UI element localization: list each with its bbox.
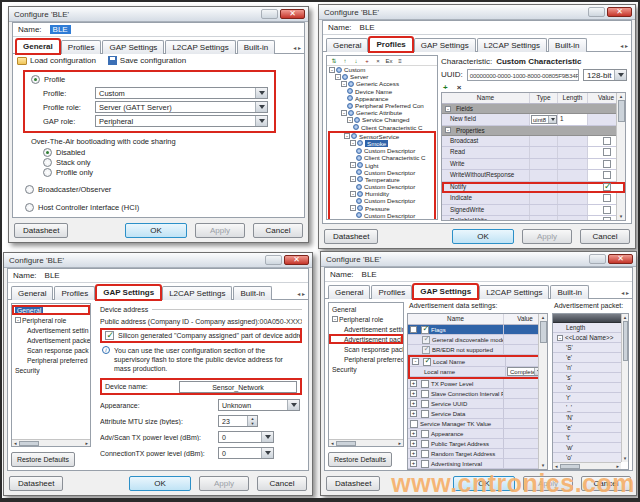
property-row[interactable]: Read [442, 147, 625, 159]
packet-row[interactable]: 'o' [553, 383, 621, 393]
packet-v-scrollbar[interactable]: ▴▾ [621, 314, 628, 462]
properties-group-row[interactable]: Properties [442, 126, 625, 136]
tab-general[interactable]: General [16, 39, 60, 54]
tree-item[interactable]: Custom Descriptor [330, 197, 434, 204]
uuid-field[interactable]: 00000000-0000-1000-8000-00805F9B34FB [467, 69, 579, 81]
adv-row[interactable]: Appearance [408, 429, 547, 439]
delete-field-icon[interactable]: × [457, 83, 462, 92]
window-close-icon[interactable] [608, 254, 633, 264]
cancel-button[interactable]: Cancel [253, 223, 303, 238]
ota-profile-only-radio[interactable] [43, 168, 52, 177]
expander-icon[interactable] [410, 400, 417, 407]
move-up-icon[interactable]: ↑ [340, 57, 350, 65]
adv-checkbox[interactable] [422, 336, 430, 344]
table-scrollbar[interactable]: ▴▾ [616, 93, 625, 220]
tree-item[interactable]: SensorService [330, 133, 434, 140]
gap-tree-item[interactable]: Security [329, 364, 403, 374]
adv-checkbox[interactable] [421, 326, 429, 334]
titlebar[interactable]: Configure 'BLE' [321, 252, 636, 267]
tree-item[interactable]: Generic Access [327, 80, 437, 87]
expander-icon[interactable] [350, 191, 356, 197]
tab-scroll-icons[interactable] [621, 289, 629, 299]
packet-row[interactable]: Length [553, 323, 621, 333]
packet-row[interactable]: 's' [553, 373, 621, 383]
window-help-icon[interactable] [261, 9, 278, 19]
gap-tree-item[interactable]: Peripheral preferred [329, 354, 403, 364]
tree-item[interactable]: Peripheral Preferred Con [327, 102, 437, 109]
property-checkbox[interactable] [603, 160, 611, 168]
name-value[interactable]: BLE [362, 270, 377, 279]
tree-item[interactable]: Custom Descriptor [330, 169, 434, 176]
gap-tree-item[interactable]: Peripheral role [329, 314, 403, 324]
save-configuration-button[interactable]: Save configuration [108, 56, 186, 65]
packet-row[interactable]: 'n' [553, 363, 621, 373]
expander-icon[interactable] [410, 430, 417, 437]
tab-scroll-icons[interactable] [293, 44, 301, 54]
gap-tree-item[interactable]: Scan response pack [12, 345, 90, 355]
adv-row[interactable]: Slave Connection Interval Range [408, 389, 547, 399]
property-row[interactable]: Broadcast [442, 136, 625, 148]
property-checkbox[interactable] [603, 183, 611, 191]
adv-row[interactable]: Service UUID [408, 399, 547, 409]
export-icon[interactable]: Ex [384, 57, 394, 65]
gap-tree-item[interactable]: Peripheral role [12, 315, 90, 325]
ok-button[interactable]: OK [125, 223, 187, 238]
window-help-icon[interactable] [588, 7, 605, 17]
ok-button[interactable]: OK [452, 229, 514, 244]
property-checkbox[interactable] [603, 137, 611, 145]
delete-item-icon[interactable]: × [373, 57, 383, 65]
property-checkbox[interactable] [603, 217, 611, 221]
expander-icon[interactable] [341, 81, 347, 87]
adv-checkbox[interactable] [421, 400, 429, 408]
adv-row[interactable]: Flags [408, 325, 547, 335]
datasheet-button[interactable]: Datasheet [324, 229, 378, 244]
window-help-icon[interactable] [265, 255, 282, 265]
tab-built-in[interactable]: Built-in [237, 40, 275, 54]
ota-disabled-radio[interactable] [43, 148, 52, 157]
gap-role-select[interactable]: Peripheral [95, 115, 268, 127]
profile-select[interactable]: Custom [95, 87, 268, 99]
property-row[interactable]: WriteWithoutResponse [442, 170, 625, 182]
adv-row[interactable]: General discoverable mode [408, 335, 547, 345]
tab-l2cap-settings[interactable]: L2CAP Settings [165, 40, 235, 54]
device-name-input[interactable]: Sensor_Network [179, 381, 297, 393]
tree-item[interactable]: Generic Attribute [327, 109, 437, 116]
adv-checkbox[interactable] [421, 460, 429, 468]
gap-tree-item[interactable]: Security [12, 365, 90, 375]
packet-row[interactable]: 'w' [553, 443, 621, 453]
tab-built-in[interactable]: Built-in [233, 286, 271, 300]
expander-icon[interactable] [344, 133, 350, 139]
reorder-icon[interactable]: ⇅ [329, 57, 339, 65]
titlebar[interactable]: Configure 'BLE' [319, 5, 635, 20]
mtu-spinner[interactable]: 23▲▼ [218, 415, 258, 427]
tree-item[interactable]: Custom Descriptor [330, 212, 434, 219]
adv-checkbox[interactable] [421, 440, 429, 448]
expander-icon[interactable] [329, 67, 335, 73]
name-value[interactable]: BLE [45, 271, 60, 280]
ota-stack-only-radio[interactable] [43, 158, 52, 167]
titlebar[interactable]: Configure 'BLE' [4, 253, 312, 268]
adv-row[interactable]: Local name Complete [410, 367, 545, 377]
move-down-icon[interactable]: ↓ [351, 57, 361, 65]
packet-row[interactable]: 't' [553, 433, 621, 443]
expander-icon[interactable] [445, 106, 451, 112]
expander-icon[interactable] [15, 317, 21, 323]
titlebar[interactable]: Configure 'BLE' [9, 7, 308, 22]
tab-profiles[interactable]: Profiles [54, 286, 95, 300]
packet-row[interactable]: '_' [553, 403, 621, 413]
window-close-icon[interactable] [284, 255, 309, 265]
tab-gap-settings[interactable]: GAP Settings [96, 285, 161, 300]
property-row[interactable]: Notify [442, 182, 625, 194]
expander-icon[interactable] [350, 176, 356, 182]
gap-tree-item[interactable]: Advertisement settin [329, 324, 403, 334]
property-checkbox[interactable] [603, 148, 611, 156]
adv-checkbox[interactable] [410, 420, 418, 428]
datasheet-button[interactable]: Datasheet [14, 223, 68, 238]
broadcaster-observer-radio[interactable] [25, 185, 34, 194]
tab-profiles[interactable]: Profiles [369, 37, 412, 52]
packet-row[interactable]: 'r' [553, 393, 621, 403]
apply-button[interactable]: Apply [195, 223, 245, 238]
packet-h-scrollbar[interactable]: ◂▸ [553, 462, 621, 469]
adv-row[interactable]: Advertising Interval [408, 459, 547, 469]
expander-icon[interactable] [410, 450, 417, 457]
